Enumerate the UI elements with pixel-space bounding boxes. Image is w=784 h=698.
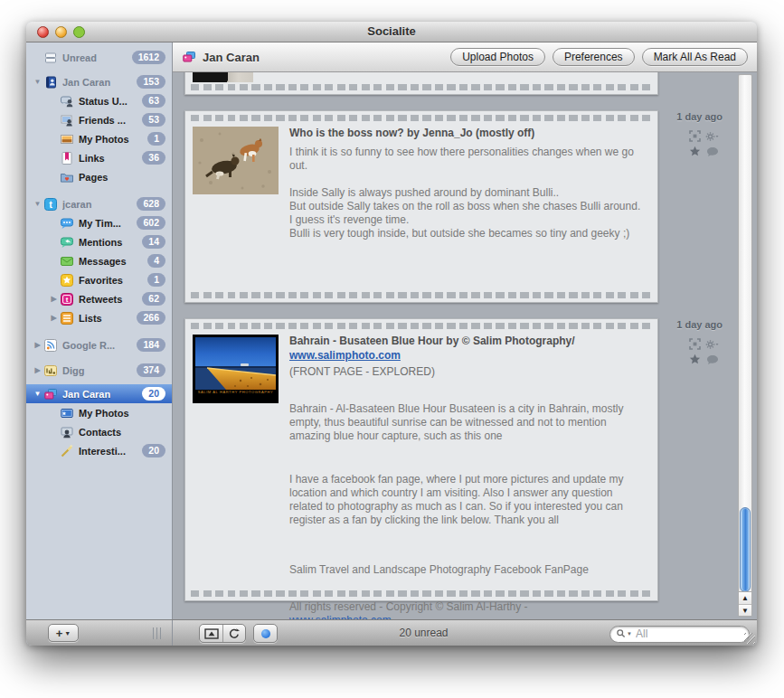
- gear-menu-icon[interactable]: [704, 129, 720, 143]
- feed-photo-thumbnail[interactable]: [193, 72, 253, 82]
- feed-paragraph: All rights reserved - Copyright © Salim …: [289, 600, 645, 614]
- scrollbar-thumb[interactable]: [740, 507, 751, 592]
- disclosure-open-icon[interactable]: ▼: [32, 390, 43, 398]
- account-photos-icon: [182, 50, 196, 64]
- sidebar-item-label: Links: [79, 153, 138, 164]
- sidebar-item-label: My Photos: [79, 134, 144, 145]
- sidebar-item-favorites[interactable]: Favorites 1: [26, 270, 172, 289]
- sidebar-item-label: My Tim...: [79, 218, 133, 229]
- sidebar-item-label: Interesti...: [79, 446, 138, 457]
- feed-item-title: Who is the boss now? by Jenna_Jo (mostly…: [289, 126, 645, 140]
- sidebar-item-contacts[interactable]: Contacts: [26, 422, 172, 441]
- sidebar-item-label: Unread: [62, 52, 128, 63]
- sidebar-item-my-timeline[interactable]: My Tim... 602: [26, 213, 172, 232]
- search-field: ▼: [609, 625, 750, 642]
- bookmark-icon: [60, 151, 74, 165]
- disclosure-closed-icon[interactable]: ▶: [32, 366, 43, 374]
- feed-item-title: Bahrain - Busateen Blue Hour by © Salim …: [289, 334, 645, 363]
- feed-item-actions: [686, 128, 721, 159]
- disclosure-closed-icon[interactable]: ▶: [48, 295, 60, 303]
- photo-caption: SALIM AL HARTHY PHOTOGRAPHY: [195, 390, 276, 395]
- author-link[interactable]: www.salimphoto.com: [289, 349, 401, 362]
- unread-badge: 1: [147, 132, 165, 146]
- sidebar-item-my-photos-flickr[interactable]: My Photos: [26, 403, 172, 422]
- comment-bubble-icon[interactable]: [704, 353, 720, 366]
- star-badge-icon: [60, 273, 74, 288]
- scrollbar-arrows: ▲ ▼: [739, 591, 751, 616]
- disclosure-closed-icon[interactable]: ▶: [48, 314, 60, 322]
- timeline-bubble-icon: [60, 216, 74, 231]
- twitter-icon: t: [43, 197, 58, 212]
- unread-badge: 153: [137, 75, 165, 89]
- sidebar-item-jan-caran-facebook[interactable]: ▼ Jan Caran 153: [26, 72, 172, 91]
- disclosure-open-icon[interactable]: ▼: [32, 200, 43, 208]
- feed-item[interactable]: Who is the boss now? by Jenna_Jo (mostly…: [184, 110, 658, 303]
- refresh-button[interactable]: [222, 625, 245, 642]
- feed-item[interactable]: SALIM AL HARTHY PHOTOGRAPHY Bahrain - Bu…: [184, 318, 658, 601]
- feed-paragraph: Salim Travel and Landscape Photography F…: [289, 563, 645, 577]
- gear-menu-icon[interactable]: [704, 337, 720, 351]
- sidebar-item-label: Lists: [79, 313, 133, 324]
- filmstrip-bottom: [191, 292, 652, 298]
- sidebar-item-label: Favorites: [79, 275, 144, 286]
- unread-badge: 62: [142, 292, 165, 306]
- list-icon: [60, 311, 74, 325]
- window-title: Socialite: [26, 24, 757, 38]
- reply-bubble-icon: [60, 235, 74, 250]
- expand-icon[interactable]: [687, 129, 703, 143]
- search-magnifier-icon[interactable]: ▼: [616, 627, 632, 639]
- sidebar-item-mentions[interactable]: Mentions 14: [26, 232, 172, 251]
- unread-badge: 4: [147, 254, 165, 268]
- sidebar-item-my-photos-facebook[interactable]: My Photos 1: [26, 129, 172, 148]
- disclosure-closed-icon[interactable]: ▶: [32, 341, 43, 349]
- sidebar-item-links[interactable]: Links 36: [26, 148, 172, 167]
- sidebar-resize-handle[interactable]: [153, 627, 163, 639]
- mark-all-as-read-button[interactable]: Mark All As Read: [642, 48, 748, 66]
- add-account-button[interactable]: +▼: [48, 624, 79, 642]
- feed-item-partial[interactable]: [184, 72, 658, 95]
- sidebar-item-messages[interactable]: Messages 4: [26, 251, 172, 270]
- window-resize-grip[interactable]: [744, 633, 755, 644]
- google-reader-icon: [43, 338, 58, 353]
- sidebar-item-jan-caran-flickr[interactable]: ▼ Jan Caran 20: [26, 384, 172, 403]
- sidebar-item-interesting[interactable]: Interesti... 20: [26, 441, 172, 460]
- sidebar-item-retweets[interactable]: ▶ t Retweets 62: [26, 289, 172, 308]
- sidebar-item-lists[interactable]: ▶ Lists 266: [26, 308, 172, 327]
- sidebar-item-label: Friends ...: [79, 115, 138, 126]
- favorite-star-icon[interactable]: [687, 353, 703, 366]
- sidebar-item-friends[interactable]: Friends ... 53: [26, 110, 172, 129]
- sidebar-item-status-updates[interactable]: Status U... 63: [26, 91, 172, 110]
- sidebar-item-unread[interactable]: Unread 1612: [26, 48, 172, 67]
- filmstrip-bottom: [191, 590, 652, 597]
- sidebar-item-label: Digg: [62, 365, 133, 376]
- feed-photo-thumbnail[interactable]: [193, 127, 279, 198]
- sidebar-item-label: Status U...: [79, 96, 138, 107]
- unread-filter-button[interactable]: [253, 624, 278, 643]
- comment-bubble-icon[interactable]: [704, 145, 720, 158]
- svg-text:t: t: [66, 296, 69, 304]
- media-view-button[interactable]: [200, 625, 222, 642]
- sidebar-item-jcaran-twitter[interactable]: ▼ t jcaran 628: [26, 194, 172, 213]
- unread-badge: 374: [137, 363, 165, 377]
- feed-photo-thumbnail[interactable]: SALIM AL HARTHY PHOTOGRAPHY: [193, 335, 279, 403]
- sidebar-item-google-reader[interactable]: ▶ Google R... 184: [26, 335, 172, 354]
- sidebar-item-digg[interactable]: ▶ Digg 374: [26, 361, 172, 380]
- unread-badge: 266: [137, 311, 165, 325]
- upload-photos-button[interactable]: Upload Photos: [450, 48, 545, 66]
- view-segmented-control: [199, 624, 246, 643]
- app-window: Socialite Unread 1612 ▼ J: [26, 22, 757, 646]
- sidebar-item-pages[interactable]: Pages: [26, 167, 172, 186]
- main-footer: 20 unread ▼: [173, 620, 757, 646]
- preferences-button[interactable]: Preferences: [553, 48, 635, 66]
- feed-scroll-area[interactable]: 1 day ago: [173, 72, 757, 619]
- vertical-scrollbar[interactable]: ▲ ▼: [738, 74, 752, 617]
- unread-badge: 1: [147, 273, 165, 287]
- disclosure-open-icon[interactable]: ▼: [32, 78, 43, 86]
- unread-badge: 63: [142, 94, 165, 108]
- scroll-down-arrow[interactable]: ▼: [739, 604, 751, 616]
- sidebar-item-label: Mentions: [79, 237, 138, 248]
- scroll-up-arrow[interactable]: ▲: [739, 592, 751, 604]
- feed-paragraph: Bulli is very tough inside, but outside …: [289, 227, 645, 241]
- favorite-star-icon[interactable]: [687, 145, 703, 158]
- expand-icon[interactable]: [687, 337, 703, 351]
